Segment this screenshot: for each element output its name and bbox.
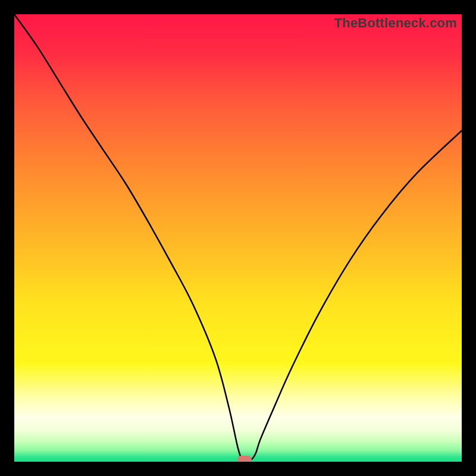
minimum-marker	[237, 456, 252, 462]
chart-frame: TheBottleneck.com	[0, 0, 476, 476]
plot-area: TheBottleneck.com	[14, 14, 462, 462]
bottleneck-curve	[14, 14, 462, 462]
